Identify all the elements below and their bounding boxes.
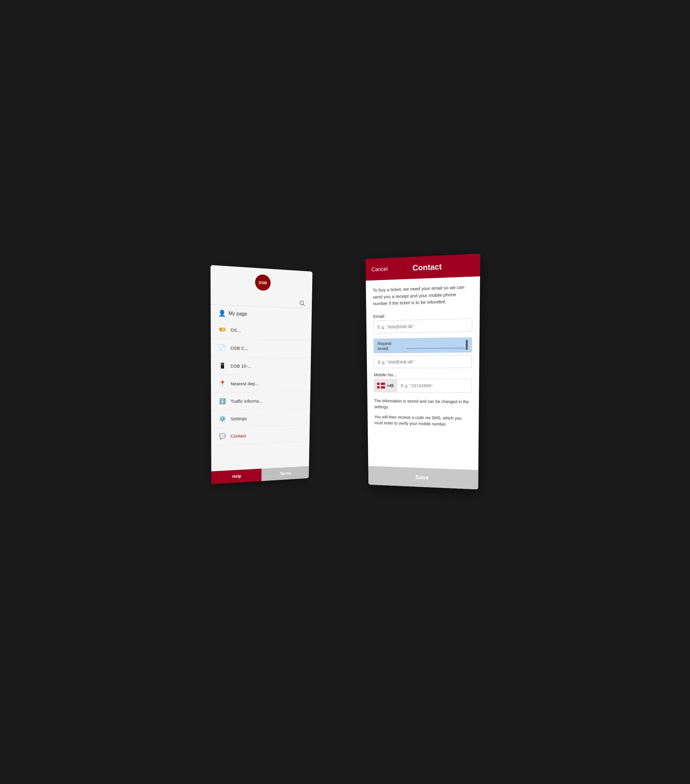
contact-panel: Cancel Contact To buy a ticket, we need … bbox=[366, 254, 480, 489]
contact-description: To buy a ticket, we need your email so w… bbox=[373, 283, 473, 307]
card-icon: 🎫 bbox=[218, 326, 226, 334]
cancel-button[interactable]: Cancel bbox=[366, 258, 394, 281]
email-input[interactable] bbox=[373, 318, 472, 333]
email-field-container bbox=[373, 318, 472, 337]
svg-line-1 bbox=[303, 304, 305, 306]
repeat-email-label: Repeat email: bbox=[377, 341, 404, 351]
repeat-email-input[interactable] bbox=[407, 341, 465, 349]
menu-panel: DSB 👤 My page 🎫 DS... 📄 DSB C... 📱 bbox=[211, 265, 313, 484]
menu-item-dsb-10[interactable]: 📱 DSB 10-... bbox=[211, 357, 311, 375]
menu-footer: Help Terms bbox=[211, 466, 309, 484]
menu-item-settings[interactable]: ⚙️ Settings bbox=[211, 408, 310, 428]
terms-button[interactable]: Terms bbox=[261, 466, 309, 481]
mobile-label: Mobile No.: bbox=[374, 372, 471, 377]
denmark-flag-icon bbox=[377, 382, 385, 389]
menu-item-ds1[interactable]: 🎫 DS... bbox=[211, 320, 311, 341]
dsb-logo: DSB bbox=[255, 274, 271, 291]
menu-item-nearest-dep[interactable]: 📍 Nearest dep... bbox=[211, 375, 310, 393]
repeat-email-display-input[interactable] bbox=[374, 355, 472, 368]
doc-icon: 📄 bbox=[218, 344, 226, 351]
phone-icon: 📱 bbox=[219, 362, 226, 370]
contact-header: Cancel Contact bbox=[366, 254, 480, 280]
mobile-input[interactable] bbox=[397, 380, 471, 392]
menu-item-contact[interactable]: 💬 Contact bbox=[211, 425, 310, 446]
svg-point-0 bbox=[300, 301, 304, 305]
info-icon: ℹ️ bbox=[219, 397, 226, 405]
contact-title: Contact bbox=[394, 260, 480, 273]
search-icon[interactable] bbox=[299, 300, 305, 306]
sms-info-text: You will then receive a code via SMS, wh… bbox=[374, 414, 471, 428]
storage-info-text: The information is stored and can be cha… bbox=[374, 398, 471, 411]
menu-item-dsb-c[interactable]: 📄 DSB C... bbox=[211, 338, 311, 358]
menu-header: DSB bbox=[211, 265, 313, 298]
pin-icon: 📍 bbox=[219, 380, 226, 387]
settings-gear-icon: ⚙️ bbox=[219, 415, 226, 423]
save-button[interactable]: Save bbox=[368, 466, 478, 489]
mobile-row: +45 bbox=[374, 379, 472, 393]
menu-items-list: 🎫 DS... 📄 DSB C... 📱 DSB 10-... 📍 Neares… bbox=[211, 320, 311, 446]
scene: DSB 👤 My page 🎫 DS... 📄 DSB C... 📱 bbox=[212, 259, 478, 525]
repeat-email-row: Repeat email: bbox=[373, 337, 472, 353]
help-button[interactable]: Help bbox=[211, 469, 262, 484]
contact-body: To buy a ticket, we need your email so w… bbox=[366, 277, 480, 428]
country-code-button[interactable]: +45 bbox=[374, 379, 397, 392]
contact-chat-icon: 💬 bbox=[219, 432, 226, 440]
repeat-email-cursor bbox=[466, 340, 468, 350]
email-label: Email: bbox=[373, 311, 472, 319]
menu-item-traffic[interactable]: ℹ️ Traffic informa... bbox=[211, 392, 310, 410]
